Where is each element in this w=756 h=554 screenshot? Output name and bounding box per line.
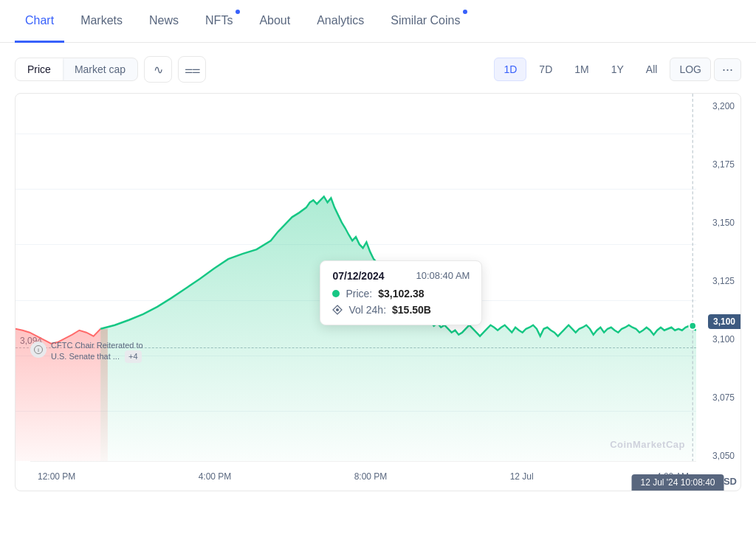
time-log-button[interactable]: LOG [670,58,711,81]
usd-currency-label: USD [717,476,737,487]
tab-nfts[interactable]: NFTs [195,1,243,43]
tooltip-vol-label: Vol 24h: [348,304,386,316]
y-label-3150: 3,150 [696,218,735,228]
tab-analytics[interactable]: Analytics [306,1,374,43]
similar-coins-dot [463,10,467,14]
x-label-4pm: 4:00 PM [199,471,232,482]
tooltip-vol-row: Vol 24h: $15.50B [332,304,470,316]
y-label-3200: 3,200 [696,101,735,111]
tab-markets[interactable]: Markets [70,1,133,43]
y-label-3125: 3,125 [696,276,735,286]
x-label-12jul: 12 Jul [510,471,534,482]
time-1y-button[interactable]: 1Y [602,58,633,81]
time-1m-button[interactable]: 1M [565,58,598,81]
news-badge: +4 [125,350,142,363]
tab-news[interactable]: News [139,1,189,43]
volume-icon [332,305,343,315]
y-label-3050: 3,050 [696,451,735,461]
y-label-3175: 3,175 [696,159,735,170]
time-1d-button[interactable]: 1D [494,58,526,81]
controls-right: 1D 7D 1M 1Y All LOG ··· [494,58,741,81]
candle-chart-icon: ⚌⚌ [185,64,199,75]
tooltip-time: 10:08:40 AM [416,270,470,281]
price-tooltip: 07/12/2024 10:08:40 AM Price: $3,102.38 … [320,260,482,325]
line-chart-icon: ∿ [154,63,163,77]
tooltip-price-label: Price: [346,288,372,299]
y-axis: 3,200 3,175 3,150 3,125 3,100 3,075 3,05… [696,94,740,461]
chart-inner: 3,094 [16,94,740,491]
data-type-toggle: Price Market cap [15,58,138,81]
controls-left: Price Market cap ∿ ⚌⚌ [15,56,206,83]
x-axis: 12:00 PM 4:00 PM 8:00 PM 12 Jul 4:00 AM [30,461,696,491]
tooltip-vol-value: $15.50B [392,304,431,316]
nfts-dot [236,10,240,14]
svg-point-1 [689,322,696,330]
tooltip-date: 07/12/2024 10:08:40 AM [332,270,470,282]
y-label-3075: 3,075 [696,392,735,403]
timestamp-bar: 12 Jul '24 10:08:40 [631,474,724,491]
tab-similar-coins[interactable]: Similar Coins [380,1,470,43]
candle-chart-button[interactable]: ⚌⚌ [178,56,206,83]
price-chart-container: 3,094 [15,93,741,491]
time-all-button[interactable]: All [636,58,667,81]
controls-row: Price Market cap ∿ ⚌⚌ 1D 7D 1M 1Y All LO… [0,43,756,93]
nav-tabs: Chart Markets News NFTs About Analytics … [0,0,756,43]
x-label-8pm: 8:00 PM [354,471,388,482]
tooltip-price-dot [332,290,340,297]
time-more-button[interactable]: ··· [714,58,741,81]
news-annotation-text: CFTC Chair Reiterated to U.S. Senate tha… [51,340,147,364]
line-chart-button[interactable]: ∿ [144,56,172,83]
tab-about[interactable]: About [249,1,300,43]
market-cap-button[interactable]: Market cap [63,58,137,80]
newspaper-icon: i [34,345,43,354]
tooltip-price-value: $3,102.38 [378,288,424,299]
tab-chart[interactable]: Chart [15,1,64,43]
current-price-box: 3,100 [708,314,740,329]
news-annotation: i CFTC Chair Reiterated to U.S. Senate t… [30,340,147,364]
y-label-3100: 3,100 [696,334,735,344]
x-label-12pm: 12:00 PM [38,471,75,482]
watermark: CoinMarketCap [610,439,685,450]
svg-point-4 [336,308,339,311]
price-button[interactable]: Price [16,58,63,80]
news-annotation-icon: i [30,342,47,358]
time-7d-button[interactable]: 7D [529,58,562,81]
tooltip-price-row: Price: $3,102.38 [332,288,470,299]
